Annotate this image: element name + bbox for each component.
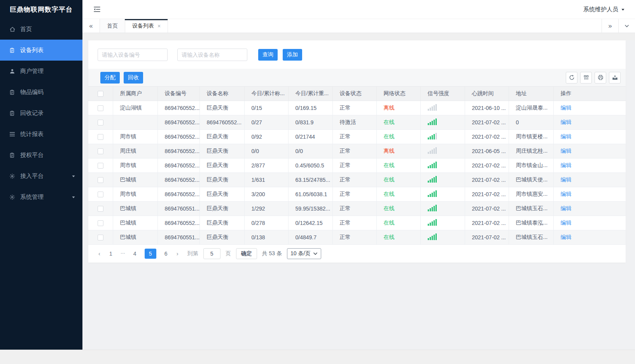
network-status-badge: 在线 xyxy=(384,162,395,168)
today-count-cell: 0/278 xyxy=(244,216,288,230)
sidebar-item-7[interactable]: 接入平台 xyxy=(0,165,82,186)
device-status-cell: 正常 xyxy=(332,101,376,115)
page-size-select[interactable]: 10 条/页 xyxy=(287,248,321,259)
signal-strength-indicator xyxy=(428,205,437,211)
page-number[interactable]: 4 xyxy=(130,249,140,259)
merchant-cell: 巴城镇 xyxy=(113,216,157,230)
user-name: 系统维护人员 xyxy=(583,6,618,13)
page-numbers: 1...456 xyxy=(106,249,171,259)
device-name-cell: 巨鼎天衡 xyxy=(199,129,244,144)
gear-icon xyxy=(9,194,16,200)
assign-button[interactable]: 分配 xyxy=(100,72,120,84)
select-all-checkbox[interactable] xyxy=(98,91,103,97)
device-name-cell: 巨鼎天衡 xyxy=(199,230,244,244)
confirm-button[interactable]: 确定 xyxy=(236,248,257,259)
tabs-scroll-right-button[interactable]: » xyxy=(602,19,618,33)
row-checkbox[interactable] xyxy=(98,134,103,140)
device-name-cell: 巨鼎天衡 xyxy=(199,144,244,158)
row-checkbox[interactable] xyxy=(98,148,103,154)
row-checkbox[interactable] xyxy=(98,120,103,125)
goto-page-input[interactable] xyxy=(203,248,220,259)
page-number[interactable]: 1 xyxy=(106,249,115,259)
chevron-down-icon xyxy=(313,252,318,255)
main-area: 系统维护人员 « 首页设备列表× » 查询 添加 xyxy=(82,0,635,350)
sidebar-item-6[interactable]: 授权平台 xyxy=(0,145,82,165)
device-name-cell: 8694760552... xyxy=(199,115,244,129)
row-checkbox[interactable] xyxy=(98,235,103,240)
sidebar-item-2[interactable]: 商户管理 xyxy=(0,61,82,82)
sidebar-item-0[interactable]: 首页 xyxy=(0,19,82,40)
goto-label: 到第 xyxy=(187,250,198,257)
row-checkbox[interactable] xyxy=(98,105,103,111)
edit-link[interactable]: 编辑 xyxy=(561,162,572,168)
page-number[interactable]: 6 xyxy=(161,249,171,259)
query-button[interactable]: 查询 xyxy=(258,49,278,61)
signal-strength-indicator xyxy=(428,233,437,240)
edit-link[interactable]: 编辑 xyxy=(561,219,572,226)
network-status-cell: 在线 xyxy=(376,172,420,187)
edit-link[interactable]: 编辑 xyxy=(561,148,572,154)
row-checkbox[interactable] xyxy=(98,177,103,183)
sidebar-item-4[interactable]: 回收记录 xyxy=(0,103,82,124)
table-row: 周市镇8694760552...巨鼎天衡0/920/21744正常在线2021-… xyxy=(88,129,626,144)
action-cell: 编辑 xyxy=(553,216,626,230)
recycle-button[interactable]: 回收 xyxy=(124,72,143,84)
edit-link[interactable]: 编辑 xyxy=(561,119,572,125)
prev-page-button[interactable]: ‹ xyxy=(98,250,101,257)
edit-link[interactable]: 编辑 xyxy=(561,176,572,183)
device-no-cell: 8694760552... xyxy=(157,144,199,158)
sidebar-item-5[interactable]: 统计报表 xyxy=(0,124,82,145)
action-cell: 编辑 xyxy=(553,144,626,158)
tab-0[interactable]: 首页 xyxy=(100,19,125,33)
user-menu[interactable]: 系统维护人员 xyxy=(583,6,625,13)
row-checkbox[interactable] xyxy=(98,206,103,212)
clipboard-icon xyxy=(9,110,16,116)
tabs-menu-button[interactable] xyxy=(618,19,635,33)
network-status-cell: 离线 xyxy=(376,101,420,115)
column-header-2: 设备名称 xyxy=(199,87,244,101)
caret-down-icon xyxy=(621,8,625,11)
next-page-button[interactable]: › xyxy=(176,250,179,257)
sidebar-item-1[interactable]: 设备列表 xyxy=(0,40,82,61)
sidebar-toggle-icon[interactable] xyxy=(93,6,101,12)
row-checkbox[interactable] xyxy=(98,163,103,169)
device-no-cell: 8694760551... xyxy=(157,230,199,244)
page-number-active[interactable]: 5 xyxy=(145,249,156,259)
device-name-input[interactable] xyxy=(177,49,247,61)
sidebar-item-8[interactable]: 系统管理 xyxy=(0,186,82,207)
add-button[interactable]: 添加 xyxy=(283,49,302,61)
network-status-cell: 在线 xyxy=(376,230,420,244)
export-button[interactable] xyxy=(609,72,621,84)
row-checkbox-cell xyxy=(88,187,113,201)
action-cell: 编辑 xyxy=(553,101,626,115)
network-status-badge: 离线 xyxy=(384,148,395,154)
columns-icon xyxy=(583,75,589,80)
caret-down-icon xyxy=(72,174,75,178)
edit-link[interactable]: 编辑 xyxy=(561,104,572,111)
tab-1[interactable]: 设备列表× xyxy=(125,19,168,33)
column-header-6: 网络状态 xyxy=(376,87,420,101)
row-checkbox[interactable] xyxy=(98,192,103,197)
row-checkbox[interactable] xyxy=(98,220,103,226)
close-icon[interactable]: × xyxy=(157,23,161,29)
tabs-scroll-left-button[interactable]: « xyxy=(82,19,100,33)
edit-link[interactable]: 编辑 xyxy=(561,191,572,197)
tab-bar: « 首页设备列表× » xyxy=(82,19,635,33)
table-row: 巴城镇8694760551...巨鼎天衡0/1380/4849.7正常在线202… xyxy=(88,230,626,244)
edit-link[interactable]: 编辑 xyxy=(561,234,572,240)
device-no-input[interactable] xyxy=(98,49,168,61)
refresh-button[interactable] xyxy=(566,72,577,84)
table-row: 周庄镇8694760552...巨鼎天衡0/00/0正常离线2021-06-05… xyxy=(88,144,626,158)
column-header-0: 所属商户 xyxy=(113,87,157,101)
edit-link[interactable]: 编辑 xyxy=(561,133,572,139)
today-count-cell: 1/292 xyxy=(244,201,288,216)
edit-link[interactable]: 编辑 xyxy=(561,205,572,211)
table-row: 巴城镇8694760552...巨鼎天衡0/2780/12642.15正常在线2… xyxy=(88,216,626,230)
table-row: 8694760552...8694760552...0/270/831.9待激活… xyxy=(88,115,626,129)
print-button[interactable] xyxy=(595,72,606,84)
sidebar-item-3[interactable]: 物品编码 xyxy=(0,82,82,103)
export-icon xyxy=(612,75,618,80)
column-header-1: 设备编号 xyxy=(157,87,199,101)
heartbeat-cell: 2021-07-02 ... xyxy=(465,230,509,244)
columns-button[interactable] xyxy=(580,72,592,84)
